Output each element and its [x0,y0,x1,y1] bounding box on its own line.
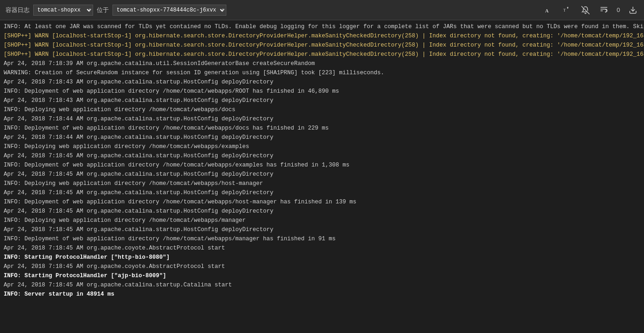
log-line: INFO: Starting ProtocolHandler ["ajp-bio… [4,271,640,280]
log-line: Apr 24, 2018 7:18:45 AM org.apache.coyot… [4,244,640,253]
log-line: Apr 24, 2018 7:18:45 AM org.apache.catal… [4,188,640,197]
log-line: INFO: Deploying web application director… [4,179,640,188]
log-line: Apr 24, 2018 7:18:45 AM org.apache.catal… [4,170,640,179]
log-line: INFO: Deployment of web application dire… [4,87,640,96]
font-size-icon[interactable]: A [543,5,554,16]
log-line: INFO: Starting ProtocolHandler ["http-bi… [4,253,640,262]
log-line: WARNING: Creation of SecureRandom instan… [4,68,640,77]
toolbar: 容器日志 tomcat-shopxx 位于 tomcat-shopxx-7748… [0,0,644,20]
toolbar-icons: A T [543,5,638,16]
log-line: Apr 24, 2018 7:18:39 AM org.apache.catal… [4,59,640,68]
svg-text:T: T [563,8,566,12]
log-line: Apr 24, 2018 7:18:44 AM org.apache.catal… [4,133,640,142]
log-line: Apr 24, 2018 7:18:43 AM org.apache.catal… [4,77,640,87]
log-line: [SHOP++] WARN [localhost-startStop-1] or… [4,31,640,41]
download-icon[interactable] [627,5,638,16]
log-line: INFO: Deployment of web application dire… [4,161,640,170]
log-line: Apr 24, 2018 7:18:45 AM org.apache.catal… [4,151,640,161]
log-line: [SHOP++] WARN [localhost-startStop-1] or… [4,50,640,59]
container-select-wrapper[interactable]: tomcat-shopxx [33,5,93,16]
log-line: Apr 24, 2018 7:18:43 AM org.apache.catal… [4,96,640,105]
log-line: INFO: Server startup in 48914 ms [4,290,640,299]
log-line: Apr 24, 2018 7:18:45 AM org.apache.coyot… [4,262,640,271]
log-line: INFO: At least one JAR was scanned for T… [4,22,640,31]
log-line: Apr 24, 2018 7:18:44 AM org.apache.catal… [4,114,640,124]
svg-text:A: A [545,8,549,13]
log-line: INFO: Deployment of web application dire… [4,197,640,207]
container-log-label: 容器日志 [6,6,30,14]
location-label: 位于 [97,6,109,14]
notifications-off-icon[interactable] [580,5,591,16]
wrap-text-icon[interactable] [598,5,609,16]
badge-count: 0 [617,6,620,13]
pod-select[interactable]: tomcat-shopxx-7748444c8c-j6xvx [112,5,226,16]
log-line: Apr 24, 2018 7:18:45 AM org.apache.catal… [4,207,640,216]
svg-line-3 [582,6,590,14]
log-line: Apr 24, 2018 7:18:45 AM org.apache.catal… [4,225,640,234]
log-line: INFO: Deployment of web application dire… [4,124,640,133]
log-line: INFO: Deploying web application director… [4,216,640,225]
log-line: INFO: Deployment of web application dire… [4,234,640,244]
log-line: INFO: Deploying web application director… [4,105,640,114]
log-container: INFO: At least one JAR was scanned for T… [0,20,644,333]
container-select[interactable]: tomcat-shopxx [33,5,93,16]
log-line: INFO: Deploying web application director… [4,142,640,151]
text-format-icon[interactable]: T [561,5,573,16]
log-line: Apr 24, 2018 7:18:45 AM org.apache.catal… [4,280,640,290]
log-line: [SHOP++] WARN [localhost-startStop-1] or… [4,41,640,50]
pod-select-wrapper[interactable]: tomcat-shopxx-7748444c8c-j6xvx [112,5,226,16]
